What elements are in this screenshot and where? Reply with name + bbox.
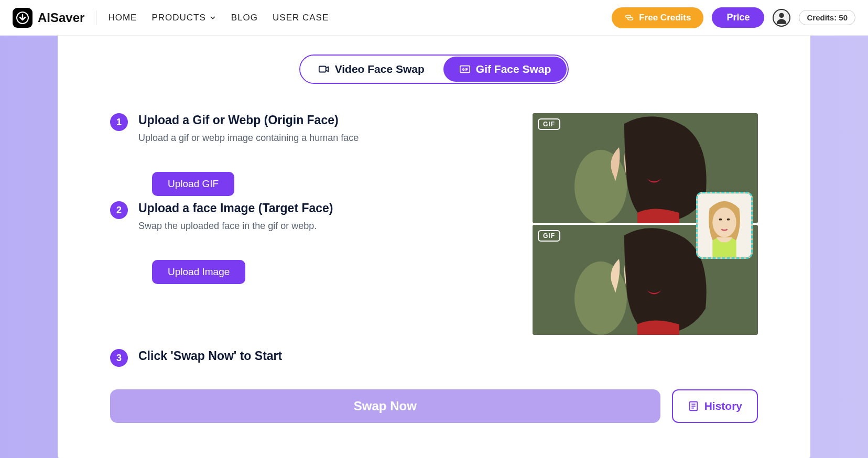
nav-products[interactable]: PRODUCTS <box>151 13 216 23</box>
step-2-title: Upload a face Image (Target Face) <box>138 201 501 215</box>
brand-name: AISaver <box>38 10 84 25</box>
tab-video-face-swap[interactable]: Video Face Swap <box>300 56 442 83</box>
main-nav: HOME PRODUCTS BLOG USER CASE <box>108 13 329 23</box>
logo-icon <box>13 8 32 28</box>
step-3-body: Click 'Swap Now' to Start <box>138 349 758 368</box>
logo[interactable]: AISaver <box>13 8 84 28</box>
main-card: Video Face Swap GIF Gif Face Swap 1 Uplo… <box>58 36 810 458</box>
step-number-3: 3 <box>110 349 128 367</box>
svg-point-11 <box>660 158 665 161</box>
history-button[interactable]: History <box>672 389 758 423</box>
free-credits-label: Free Credits <box>639 13 691 23</box>
page-background: Video Face Swap GIF Gif Face Swap 1 Uplo… <box>0 36 868 458</box>
preview-stack: GIF G <box>533 113 758 335</box>
credits-badge: Credits: 50 <box>799 10 855 25</box>
bottom-actions: Swap Now History <box>58 389 810 423</box>
step-2-desc: Swap the uploaded face in the gif or web… <box>138 221 501 232</box>
step-number-2: 2 <box>110 201 128 219</box>
gif-badge: GIF <box>538 118 560 130</box>
history-icon <box>688 400 699 412</box>
svg-point-16 <box>659 269 666 273</box>
nav-home[interactable]: HOME <box>108 13 137 23</box>
nav-usercase[interactable]: USER CASE <box>273 13 329 23</box>
svg-point-10 <box>643 158 648 161</box>
nav-products-label: PRODUCTS <box>151 13 205 23</box>
gif-badge-2: GIF <box>538 230 560 242</box>
coins-icon <box>624 13 635 23</box>
tab-switch: Video Face Swap GIF Gif Face Swap <box>58 54 810 84</box>
gif-icon: GIF <box>459 63 471 75</box>
tab-pill: Video Face Swap GIF Gif Face Swap <box>299 54 569 84</box>
tab-video-label: Video Face Swap <box>335 63 425 75</box>
history-label: History <box>704 400 742 412</box>
svg-point-19 <box>712 208 736 237</box>
content-area: 1 Upload a Gif or Webp (Origin Face) Upl… <box>58 113 810 336</box>
svg-point-15 <box>642 269 648 273</box>
step-2-body: Upload a face Image (Target Face) Swap t… <box>138 201 501 244</box>
steps-column: 1 Upload a Gif or Webp (Origin Face) Upl… <box>110 113 501 336</box>
step-3-title: Click 'Swap Now' to Start <box>138 349 758 363</box>
target-face-thumbnail <box>696 192 753 259</box>
step-1: 1 Upload a Gif or Webp (Origin Face) Upl… <box>110 113 501 156</box>
svg-text:GIF: GIF <box>462 68 468 71</box>
svg-rect-4 <box>319 67 326 72</box>
tab-gif-face-swap[interactable]: GIF Gif Face Swap <box>443 57 567 82</box>
avatar[interactable] <box>773 9 790 27</box>
svg-point-3 <box>779 13 784 17</box>
user-icon <box>774 10 789 25</box>
header-right: Free Credits Price Credits: 50 <box>612 7 855 28</box>
upload-image-button[interactable]: Upload Image <box>152 260 245 284</box>
step-3: 3 Click 'Swap Now' to Start <box>58 349 810 368</box>
free-credits-button[interactable]: Free Credits <box>612 7 703 28</box>
tab-gif-label: Gif Face Swap <box>476 63 551 75</box>
nav-blog[interactable]: BLOG <box>231 13 258 23</box>
price-button[interactable]: Price <box>712 7 764 28</box>
svg-point-21 <box>727 219 730 221</box>
chevron-down-icon <box>209 14 216 21</box>
step-1-desc: Upload a gif or webp image containing a … <box>138 133 501 144</box>
preview-column: GIF G <box>533 113 758 336</box>
step-1-title: Upload a Gif or Webp (Origin Face) <box>138 113 501 127</box>
upload-gif-button[interactable]: Upload GIF <box>152 172 234 196</box>
step-1-body: Upload a Gif or Webp (Origin Face) Uploa… <box>138 113 501 156</box>
step-number-1: 1 <box>110 113 128 131</box>
svg-point-20 <box>719 219 722 221</box>
divider <box>96 10 96 25</box>
target-face-image <box>698 193 751 257</box>
step-2: 2 Upload a face Image (Target Face) Swap… <box>110 201 501 244</box>
app-header: AISaver HOME PRODUCTS BLOG USER CASE Fre… <box>0 0 868 36</box>
swap-now-button[interactable]: Swap Now <box>110 389 660 423</box>
video-icon <box>318 63 330 75</box>
